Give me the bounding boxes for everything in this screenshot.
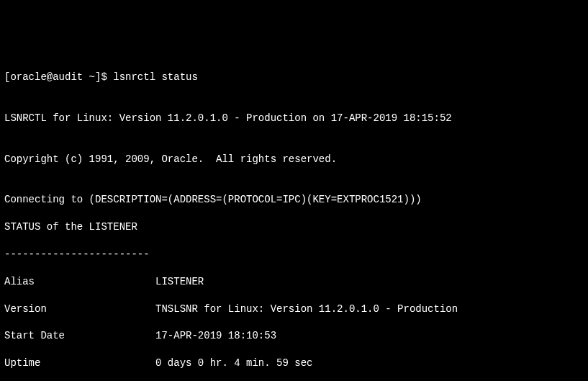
field-uptime: Uptime0 days 0 hr. 4 min. 59 sec xyxy=(4,357,584,370)
shell-prompt: [oracle@audit ~]$ xyxy=(4,71,113,83)
uptime-label: Uptime xyxy=(4,357,155,370)
connecting-line: Connecting to (DESCRIPTION=(ADDRESS=(PRO… xyxy=(4,193,584,207)
status-header: STATUS of the LISTENER xyxy=(4,220,584,234)
terminal-output: [oracle@audit ~]$ lsnrctl status LSNRCTL… xyxy=(4,58,584,381)
start-date-value: 17-APR-2019 18:10:53 xyxy=(155,329,276,343)
command-text: lsnrctl status xyxy=(113,71,198,83)
field-alias: AliasLISTENER xyxy=(4,275,584,289)
start-date-label: Start Date xyxy=(4,329,155,343)
alias-value: LISTENER xyxy=(155,275,204,289)
version-value: TNSLSNR for Linux: Version 11.2.0.1.0 - … xyxy=(155,302,458,316)
field-version: VersionTNSLSNR for Linux: Version 11.2.0… xyxy=(4,302,584,316)
copyright-line: Copyright (c) 1991, 2009, Oracle. All ri… xyxy=(4,153,584,166)
prompt-line-1: [oracle@audit ~]$ lsnrctl status xyxy=(4,71,584,84)
banner-line: LSNRCTL for Linux: Version 11.2.0.1.0 - … xyxy=(4,112,584,125)
version-label: Version xyxy=(4,302,155,316)
divider-line: ------------------------ xyxy=(4,248,584,261)
field-start-date: Start Date17-APR-2019 18:10:53 xyxy=(4,329,584,343)
uptime-value: 0 days 0 hr. 4 min. 59 sec xyxy=(155,357,312,370)
alias-label: Alias xyxy=(4,275,155,289)
